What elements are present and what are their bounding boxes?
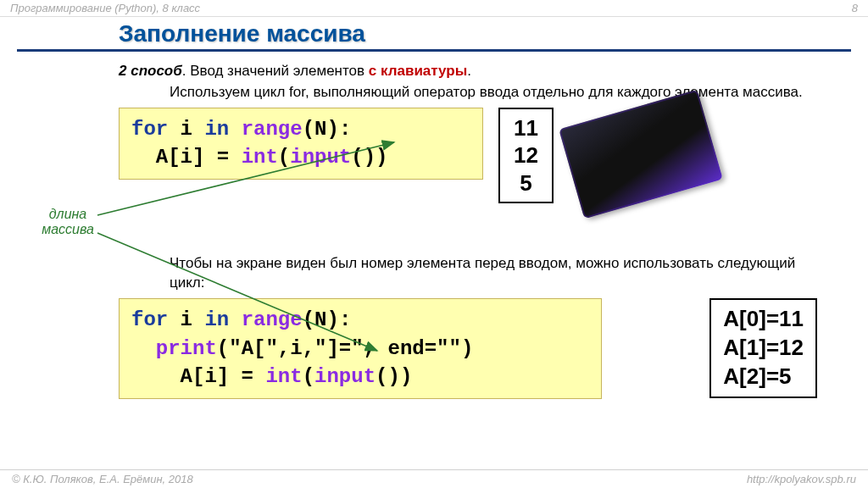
page-number: 8 bbox=[852, 2, 858, 14]
content: 2 способ. Ввод значений элементов с клав… bbox=[0, 62, 868, 399]
method-number: 2 способ bbox=[119, 63, 182, 79]
output-box-2: A[0]=11 A[1]=12 A[2]=5 bbox=[709, 298, 817, 397]
code-block-2: for i in range(N): print("A[",i,"]=", en… bbox=[119, 298, 602, 399]
keyboard-image bbox=[569, 108, 713, 201]
out1-v2: 12 bbox=[514, 141, 538, 169]
array-length-label: длина массива bbox=[25, 207, 110, 237]
method-rest: . Ввод значений элементов bbox=[182, 63, 369, 79]
out2-r1: A[0]=11 bbox=[723, 306, 804, 331]
method-keyword: с клавиатуры bbox=[369, 63, 467, 79]
row-code-2: for i in range(N): print("A[",i,"]=", en… bbox=[119, 298, 817, 399]
title-rule bbox=[17, 49, 851, 52]
intro-line-1: 2 способ. Ввод значений элементов с клав… bbox=[119, 62, 817, 81]
slide-footer: © К.Ю. Поляков, Е.А. Ерёмин, 2018 http:/… bbox=[0, 469, 868, 488]
copyright: © К.Ю. Поляков, Е.А. Ерёмин, 2018 bbox=[12, 473, 193, 485]
course-name: Программирование (Python), 8 класс bbox=[10, 2, 200, 14]
output-box-1: 11 12 5 bbox=[498, 108, 554, 204]
out1-v1: 11 bbox=[514, 114, 538, 142]
page-title: Заполнение массива bbox=[0, 17, 868, 49]
out2-r3: A[2]=5 bbox=[723, 363, 791, 389]
out2-r2: A[1]=12 bbox=[723, 335, 804, 360]
row-code-1: for i in range(N): A[i] = int(input()) 1… bbox=[119, 108, 817, 204]
mid-paragraph: Чтобы на экране виден был номер элемента… bbox=[119, 254, 817, 293]
intro-line-2: Используем цикл for, выполняющий операто… bbox=[119, 83, 817, 103]
footer-url: http://kpolyakov.spb.ru bbox=[747, 473, 856, 485]
out1-v3: 5 bbox=[514, 169, 538, 197]
code-block-1: for i in range(N): A[i] = int(input()) bbox=[119, 108, 483, 180]
slide-header: Программирование (Python), 8 класс 8 bbox=[0, 0, 868, 17]
